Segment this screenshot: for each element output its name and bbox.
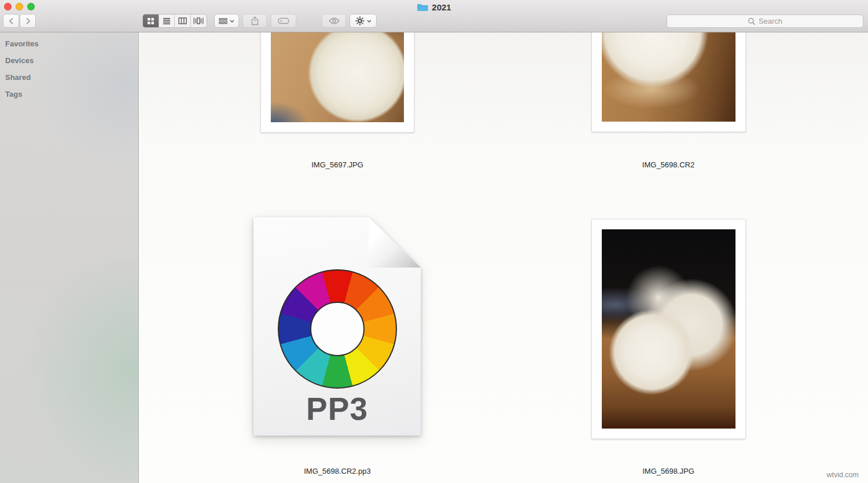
file-label[interactable]: IMG_5698.CR2.pp3 xyxy=(304,467,371,475)
file-icon-img-5698-cr2-pp3[interactable]: PP3 xyxy=(253,217,421,436)
file-thumbnail-img-5698-jpg[interactable] xyxy=(591,219,746,439)
group-icon xyxy=(219,18,227,24)
gear-icon xyxy=(355,16,365,25)
chevron-down-icon xyxy=(367,20,372,23)
folder-icon xyxy=(417,3,428,12)
photo-two-onions xyxy=(602,229,735,429)
grid-icon xyxy=(147,17,155,25)
chevron-right-icon xyxy=(25,17,31,25)
photo-onion-on-board xyxy=(271,32,404,122)
quick-look-button[interactable] xyxy=(322,14,346,28)
back-button[interactable] xyxy=(3,14,19,28)
eye-icon xyxy=(329,17,340,24)
columns-icon xyxy=(178,17,187,24)
file-label[interactable]: IMG_5697.JPG xyxy=(311,160,363,169)
view-switcher xyxy=(142,14,207,28)
file-thumbnail-img-5697-jpg[interactable] xyxy=(260,32,414,133)
tag-icon xyxy=(278,17,289,24)
coverflow-view-button[interactable] xyxy=(191,14,207,27)
color-wheel-hole xyxy=(310,302,365,356)
arrange-button[interactable] xyxy=(214,14,239,28)
list-view-button[interactable] xyxy=(159,14,175,27)
search-placeholder: Search xyxy=(759,17,782,25)
search-field[interactable]: Search xyxy=(667,14,863,28)
forward-button[interactable] xyxy=(20,14,36,28)
list-icon xyxy=(163,17,171,24)
folded-corner xyxy=(369,217,421,268)
finder-window: 2021 xyxy=(0,0,868,483)
action-button[interactable] xyxy=(350,14,377,28)
watermark: wtvid.com xyxy=(826,471,859,479)
file-thumbnail-img-5698-cr2[interactable] xyxy=(591,32,746,132)
sidebar-section-shared: Shared xyxy=(0,71,138,88)
sidebar-section-tags: Tags xyxy=(0,88,138,105)
sidebar-section-favorites: Favorites xyxy=(0,38,138,54)
file-label[interactable]: IMG_5698.CR2 xyxy=(642,160,694,169)
photo-onion-cutting-board xyxy=(602,32,735,122)
tag-button[interactable] xyxy=(271,14,296,28)
pp3-badge: PP3 xyxy=(253,390,421,427)
chevron-down-icon xyxy=(230,20,234,23)
color-wheel xyxy=(278,269,397,389)
share-icon xyxy=(251,16,259,25)
titlebar-toolbar: 2021 xyxy=(0,0,868,32)
file-grid: PP3 IMG_5697.JPG IMG_5698.CR2 IMG_5698.C… xyxy=(139,32,868,483)
chevron-left-icon xyxy=(9,17,14,25)
search-icon xyxy=(748,17,756,25)
column-view-button[interactable] xyxy=(175,14,191,27)
share-button[interactable] xyxy=(242,14,267,28)
sidebar-section-devices: Devices xyxy=(0,54,138,71)
file-label[interactable]: IMG_5698.JPG xyxy=(642,467,694,475)
sidebar: Favorites Devices Shared Tags xyxy=(0,32,139,483)
window-title: 2021 xyxy=(0,2,868,12)
icon-view-button[interactable] xyxy=(143,14,159,27)
coverflow-icon xyxy=(193,17,204,24)
window-title-text: 2021 xyxy=(432,2,451,12)
